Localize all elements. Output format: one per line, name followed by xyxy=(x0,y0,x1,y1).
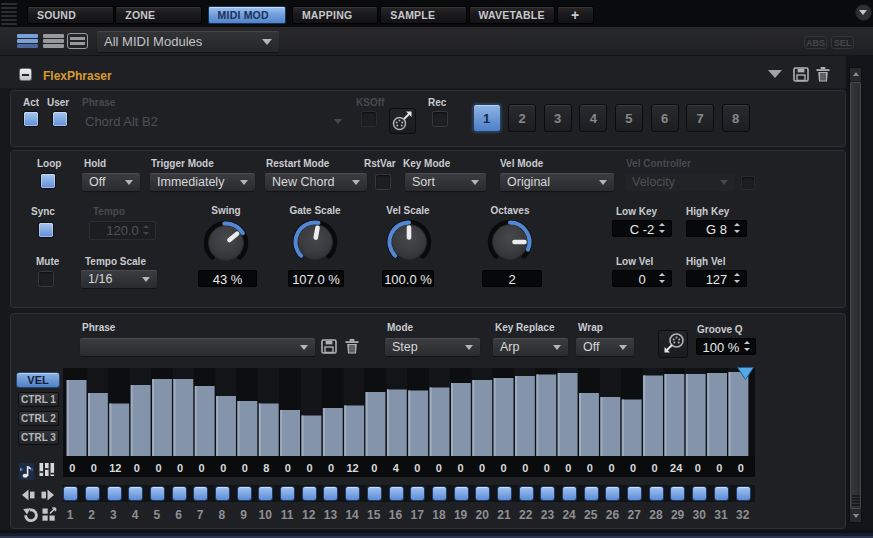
svg-text:0: 0 xyxy=(177,462,183,474)
svg-text:11: 11 xyxy=(281,508,294,522)
svg-text:13: 13 xyxy=(324,508,338,522)
svg-text:0: 0 xyxy=(371,462,377,474)
svg-text:12: 12 xyxy=(302,508,316,522)
svg-text:26: 26 xyxy=(606,508,620,522)
svg-text:2: 2 xyxy=(88,508,95,522)
svg-text:0: 0 xyxy=(522,462,528,474)
svg-text:24: 24 xyxy=(670,462,683,474)
svg-text:0: 0 xyxy=(328,462,334,474)
svg-text:0: 0 xyxy=(134,462,140,474)
svg-text:0: 0 xyxy=(457,462,463,474)
svg-text:0: 0 xyxy=(716,462,722,474)
svg-text:15: 15 xyxy=(367,508,381,522)
svg-text:21: 21 xyxy=(497,508,511,522)
svg-text:0: 0 xyxy=(199,462,205,474)
svg-text:18: 18 xyxy=(432,508,446,522)
svg-text:0: 0 xyxy=(436,462,442,474)
svg-text:8: 8 xyxy=(263,462,269,474)
svg-text:0: 0 xyxy=(738,462,744,474)
svg-text:0: 0 xyxy=(608,462,614,474)
svg-text:17: 17 xyxy=(411,508,425,522)
svg-text:32: 32 xyxy=(736,508,750,522)
svg-text:0: 0 xyxy=(155,462,161,474)
svg-text:12: 12 xyxy=(109,462,121,474)
svg-text:0: 0 xyxy=(587,462,593,474)
svg-text:20: 20 xyxy=(476,508,490,522)
svg-text:28: 28 xyxy=(649,508,663,522)
svg-text:25: 25 xyxy=(584,508,598,522)
svg-text:31: 31 xyxy=(714,508,728,522)
svg-text:4: 4 xyxy=(132,508,139,522)
svg-text:0: 0 xyxy=(91,462,97,474)
svg-text:9: 9 xyxy=(240,508,247,522)
svg-text:0: 0 xyxy=(285,462,291,474)
svg-text:14: 14 xyxy=(345,508,359,522)
svg-text:27: 27 xyxy=(628,508,642,522)
svg-text:4: 4 xyxy=(393,462,400,474)
svg-text:0: 0 xyxy=(479,462,485,474)
svg-text:0: 0 xyxy=(501,462,507,474)
svg-text:0: 0 xyxy=(69,462,75,474)
svg-text:0: 0 xyxy=(695,462,701,474)
svg-text:29: 29 xyxy=(671,508,685,522)
svg-text:24: 24 xyxy=(562,508,576,522)
svg-text:10: 10 xyxy=(259,508,273,522)
svg-text:8: 8 xyxy=(219,508,226,522)
svg-text:6: 6 xyxy=(175,508,182,522)
svg-text:0: 0 xyxy=(544,462,550,474)
svg-text:0: 0 xyxy=(220,462,226,474)
svg-text:0: 0 xyxy=(630,462,636,474)
svg-text:0: 0 xyxy=(242,462,248,474)
svg-text:19: 19 xyxy=(454,508,468,522)
svg-text:1: 1 xyxy=(67,508,74,522)
svg-text:16: 16 xyxy=(389,508,403,522)
svg-text:7: 7 xyxy=(197,508,204,522)
svg-text:3: 3 xyxy=(110,508,117,522)
svg-text:0: 0 xyxy=(565,462,571,474)
svg-text:12: 12 xyxy=(346,462,358,474)
svg-text:23: 23 xyxy=(541,508,555,522)
svg-text:22: 22 xyxy=(519,508,533,522)
svg-text:30: 30 xyxy=(693,508,707,522)
svg-text:0: 0 xyxy=(414,462,420,474)
svg-text:5: 5 xyxy=(153,508,160,522)
svg-text:0: 0 xyxy=(652,462,658,474)
svg-text:0: 0 xyxy=(306,462,312,474)
